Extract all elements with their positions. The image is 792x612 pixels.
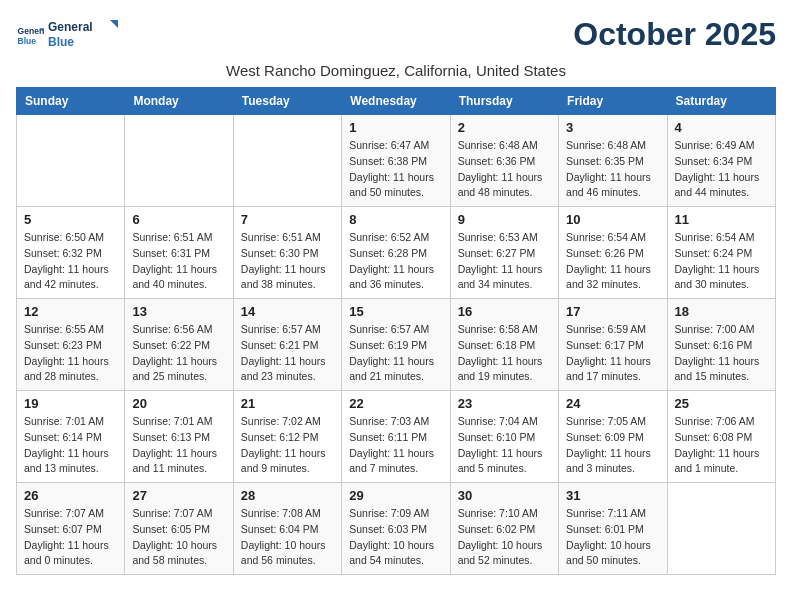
day-number: 1 xyxy=(349,120,442,135)
day-number: 30 xyxy=(458,488,551,503)
day-info: Sunrise: 6:58 AMSunset: 6:18 PMDaylight:… xyxy=(458,322,551,385)
day-number: 17 xyxy=(566,304,659,319)
calendar-cell: 30Sunrise: 7:10 AMSunset: 6:02 PMDayligh… xyxy=(450,483,558,575)
day-info: Sunrise: 7:11 AMSunset: 6:01 PMDaylight:… xyxy=(566,506,659,569)
month-title: October 2025 xyxy=(573,16,776,53)
calendar-week-4: 19Sunrise: 7:01 AMSunset: 6:14 PMDayligh… xyxy=(17,391,776,483)
day-number: 8 xyxy=(349,212,442,227)
day-number: 6 xyxy=(132,212,225,227)
day-info: Sunrise: 7:09 AMSunset: 6:03 PMDaylight:… xyxy=(349,506,442,569)
day-number: 20 xyxy=(132,396,225,411)
calendar-week-2: 5Sunrise: 6:50 AMSunset: 6:32 PMDaylight… xyxy=(17,207,776,299)
calendar-week-1: 1Sunrise: 6:47 AMSunset: 6:38 PMDaylight… xyxy=(17,115,776,207)
day-info: Sunrise: 6:50 AMSunset: 6:32 PMDaylight:… xyxy=(24,230,117,293)
logo: General Blue General Blue xyxy=(16,16,118,56)
day-number: 23 xyxy=(458,396,551,411)
calendar-cell: 3Sunrise: 6:48 AMSunset: 6:35 PMDaylight… xyxy=(559,115,667,207)
calendar-cell: 17Sunrise: 6:59 AMSunset: 6:17 PMDayligh… xyxy=(559,299,667,391)
calendar-cell: 24Sunrise: 7:05 AMSunset: 6:09 PMDayligh… xyxy=(559,391,667,483)
svg-text:Blue: Blue xyxy=(18,36,37,46)
day-number: 11 xyxy=(675,212,768,227)
day-info: Sunrise: 7:07 AMSunset: 6:05 PMDaylight:… xyxy=(132,506,225,569)
subtitle: West Rancho Dominguez, California, Unite… xyxy=(16,62,776,79)
calendar-cell: 2Sunrise: 6:48 AMSunset: 6:36 PMDaylight… xyxy=(450,115,558,207)
calendar-cell: 27Sunrise: 7:07 AMSunset: 6:05 PMDayligh… xyxy=(125,483,233,575)
calendar-cell: 5Sunrise: 6:50 AMSunset: 6:32 PMDaylight… xyxy=(17,207,125,299)
calendar-cell: 26Sunrise: 7:07 AMSunset: 6:07 PMDayligh… xyxy=(17,483,125,575)
day-info: Sunrise: 7:00 AMSunset: 6:16 PMDaylight:… xyxy=(675,322,768,385)
day-info: Sunrise: 7:04 AMSunset: 6:10 PMDaylight:… xyxy=(458,414,551,477)
calendar-cell: 10Sunrise: 6:54 AMSunset: 6:26 PMDayligh… xyxy=(559,207,667,299)
calendar-cell: 12Sunrise: 6:55 AMSunset: 6:23 PMDayligh… xyxy=(17,299,125,391)
day-number: 13 xyxy=(132,304,225,319)
day-number: 10 xyxy=(566,212,659,227)
calendar-cell: 18Sunrise: 7:00 AMSunset: 6:16 PMDayligh… xyxy=(667,299,775,391)
header-saturday: Saturday xyxy=(667,88,775,115)
day-info: Sunrise: 6:57 AMSunset: 6:19 PMDaylight:… xyxy=(349,322,442,385)
day-number: 14 xyxy=(241,304,334,319)
header-wednesday: Wednesday xyxy=(342,88,450,115)
logo-icon: General Blue xyxy=(16,22,44,50)
day-info: Sunrise: 6:52 AMSunset: 6:28 PMDaylight:… xyxy=(349,230,442,293)
day-info: Sunrise: 6:55 AMSunset: 6:23 PMDaylight:… xyxy=(24,322,117,385)
day-number: 24 xyxy=(566,396,659,411)
day-number: 16 xyxy=(458,304,551,319)
day-number: 4 xyxy=(675,120,768,135)
day-number: 25 xyxy=(675,396,768,411)
day-info: Sunrise: 7:01 AMSunset: 6:13 PMDaylight:… xyxy=(132,414,225,477)
title-section: October 2025 xyxy=(573,16,776,53)
day-info: Sunrise: 7:03 AMSunset: 6:11 PMDaylight:… xyxy=(349,414,442,477)
calendar-cell: 16Sunrise: 6:58 AMSunset: 6:18 PMDayligh… xyxy=(450,299,558,391)
header-sunday: Sunday xyxy=(17,88,125,115)
calendar-cell: 14Sunrise: 6:57 AMSunset: 6:21 PMDayligh… xyxy=(233,299,341,391)
calendar-cell: 25Sunrise: 7:06 AMSunset: 6:08 PMDayligh… xyxy=(667,391,775,483)
header-monday: Monday xyxy=(125,88,233,115)
calendar-cell: 28Sunrise: 7:08 AMSunset: 6:04 PMDayligh… xyxy=(233,483,341,575)
calendar-cell: 22Sunrise: 7:03 AMSunset: 6:11 PMDayligh… xyxy=(342,391,450,483)
day-info: Sunrise: 6:59 AMSunset: 6:17 PMDaylight:… xyxy=(566,322,659,385)
day-number: 9 xyxy=(458,212,551,227)
day-info: Sunrise: 6:48 AMSunset: 6:35 PMDaylight:… xyxy=(566,138,659,201)
calendar-cell xyxy=(667,483,775,575)
calendar-cell xyxy=(17,115,125,207)
day-info: Sunrise: 6:57 AMSunset: 6:21 PMDaylight:… xyxy=(241,322,334,385)
svg-text:General: General xyxy=(18,26,44,36)
svg-marker-4 xyxy=(110,20,118,28)
day-info: Sunrise: 6:54 AMSunset: 6:24 PMDaylight:… xyxy=(675,230,768,293)
day-info: Sunrise: 7:02 AMSunset: 6:12 PMDaylight:… xyxy=(241,414,334,477)
header-row: Sunday Monday Tuesday Wednesday Thursday… xyxy=(17,88,776,115)
day-number: 2 xyxy=(458,120,551,135)
day-info: Sunrise: 7:08 AMSunset: 6:04 PMDaylight:… xyxy=(241,506,334,569)
day-number: 19 xyxy=(24,396,117,411)
calendar-table: Sunday Monday Tuesday Wednesday Thursday… xyxy=(16,87,776,575)
day-number: 18 xyxy=(675,304,768,319)
day-number: 26 xyxy=(24,488,117,503)
header-friday: Friday xyxy=(559,88,667,115)
day-number: 31 xyxy=(566,488,659,503)
day-info: Sunrise: 6:47 AMSunset: 6:38 PMDaylight:… xyxy=(349,138,442,201)
calendar-cell: 31Sunrise: 7:11 AMSunset: 6:01 PMDayligh… xyxy=(559,483,667,575)
calendar-cell: 6Sunrise: 6:51 AMSunset: 6:31 PMDaylight… xyxy=(125,207,233,299)
day-number: 22 xyxy=(349,396,442,411)
day-info: Sunrise: 6:53 AMSunset: 6:27 PMDaylight:… xyxy=(458,230,551,293)
day-info: Sunrise: 7:07 AMSunset: 6:07 PMDaylight:… xyxy=(24,506,117,569)
calendar-cell: 13Sunrise: 6:56 AMSunset: 6:22 PMDayligh… xyxy=(125,299,233,391)
calendar-cell: 21Sunrise: 7:02 AMSunset: 6:12 PMDayligh… xyxy=(233,391,341,483)
day-number: 5 xyxy=(24,212,117,227)
day-number: 7 xyxy=(241,212,334,227)
header-thursday: Thursday xyxy=(450,88,558,115)
day-info: Sunrise: 6:51 AMSunset: 6:31 PMDaylight:… xyxy=(132,230,225,293)
day-info: Sunrise: 7:01 AMSunset: 6:14 PMDaylight:… xyxy=(24,414,117,477)
calendar-cell: 7Sunrise: 6:51 AMSunset: 6:30 PMDaylight… xyxy=(233,207,341,299)
calendar-cell: 1Sunrise: 6:47 AMSunset: 6:38 PMDaylight… xyxy=(342,115,450,207)
day-info: Sunrise: 6:49 AMSunset: 6:34 PMDaylight:… xyxy=(675,138,768,201)
calendar-cell: 11Sunrise: 6:54 AMSunset: 6:24 PMDayligh… xyxy=(667,207,775,299)
day-info: Sunrise: 7:05 AMSunset: 6:09 PMDaylight:… xyxy=(566,414,659,477)
logo-general-text: General xyxy=(48,20,93,34)
calendar-week-3: 12Sunrise: 6:55 AMSunset: 6:23 PMDayligh… xyxy=(17,299,776,391)
calendar-cell: 23Sunrise: 7:04 AMSunset: 6:10 PMDayligh… xyxy=(450,391,558,483)
day-info: Sunrise: 7:06 AMSunset: 6:08 PMDaylight:… xyxy=(675,414,768,477)
day-number: 27 xyxy=(132,488,225,503)
logo-blue-text: Blue xyxy=(48,35,74,49)
header-tuesday: Tuesday xyxy=(233,88,341,115)
